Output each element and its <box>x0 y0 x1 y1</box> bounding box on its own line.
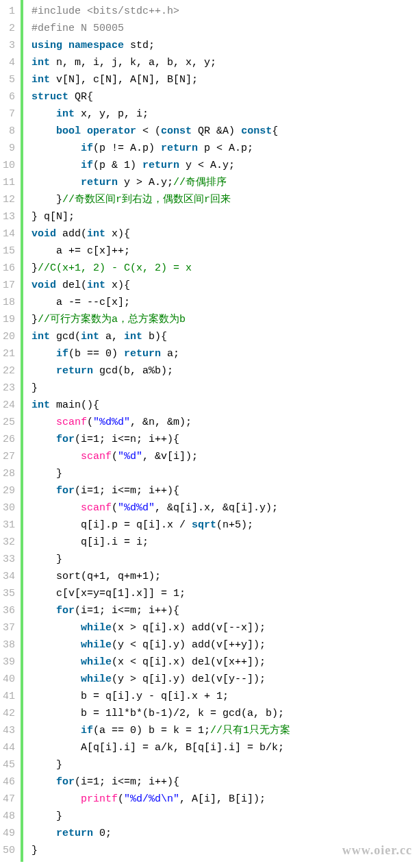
code-line: printf("%d/%d\n", A[i], B[i]); <box>31 791 419 808</box>
line-number: 2 <box>3 20 15 37</box>
token-id: (b == 0) <box>68 348 124 360</box>
token-id: } <box>31 554 62 565</box>
line-number: 17 <box>3 277 15 294</box>
token-cmt: //奇数区间r到右边，偶数区间r回来 <box>62 194 231 206</box>
token-kw: return <box>161 142 198 154</box>
token-str: "%d/%d\n" <box>124 793 179 805</box>
code-line: using namespace std; <box>31 37 419 54</box>
token-fn: scanf <box>56 417 87 428</box>
code-line: while(x > q[i].x) add(v[--x]); <box>31 619 419 636</box>
token-id: add( <box>56 228 87 240</box>
token-kw: const <box>241 125 272 137</box>
line-number: 50 <box>3 842 15 859</box>
token-id <box>62 40 68 51</box>
token-id <box>31 451 81 462</box>
code-line: A[q[i].i] = a/k, B[q[i].i] = b/k; <box>31 739 419 756</box>
token-cmt: //C(x+1, 2) - C(x, 2) = x <box>38 262 192 274</box>
token-id <box>31 622 81 634</box>
code-content: #include <bits/stdc++.h>#define N 50005u… <box>23 0 419 862</box>
line-number: 9 <box>3 140 15 157</box>
token-id: (p & 1) <box>93 160 142 171</box>
token-id: del( <box>56 280 87 291</box>
code-block: 1234567891011121314151617181920212223242… <box>0 0 419 862</box>
token-str: "%d%d" <box>118 502 155 514</box>
token-bfn: sqrt <box>192 519 216 531</box>
code-line: if(p & 1) return y < A.y; <box>31 157 419 174</box>
token-kw: for <box>56 776 75 788</box>
token-id: , &n, &m); <box>130 417 192 428</box>
token-id <box>31 776 56 788</box>
code-line: }//可行方案数为a，总方案数为b <box>31 311 419 328</box>
token-id: ( <box>112 502 118 514</box>
token-kw: if <box>81 160 93 171</box>
token-id <box>31 108 56 120</box>
token-id: < ( <box>136 125 161 137</box>
code-line: while(y < q[i].y) add(v[++y]); <box>31 636 419 654</box>
code-line: return y > A.y;//奇偶排序 <box>31 174 419 191</box>
code-line: bool operator < (const QR &A) const{ <box>31 123 419 140</box>
token-id: } <box>31 759 62 771</box>
code-line: }//C(x+1, 2) - C(x, 2) = x <box>31 260 419 277</box>
token-id: A[q[i].i] = a/k, B[q[i].i] = b/k; <box>31 742 284 754</box>
line-number: 25 <box>3 414 15 431</box>
watermark: www.oier.cc <box>342 843 412 858</box>
line-number: 34 <box>3 568 15 585</box>
token-ty: int <box>31 57 50 69</box>
line-number: 12 <box>3 191 15 208</box>
line-number: 18 <box>3 294 15 311</box>
code-line: for(i=1; i<=m; i++){ <box>31 773 419 791</box>
token-id: (p != A.p) <box>93 142 161 154</box>
line-number: 33 <box>3 551 15 568</box>
code-line: struct QR{ <box>31 88 419 106</box>
line-number-gutter: 1234567891011121314151617181920212223242… <box>0 0 23 862</box>
line-number: 28 <box>3 465 15 482</box>
token-kw: const <box>161 125 192 137</box>
token-id <box>31 605 56 617</box>
token-id <box>31 639 81 651</box>
token-id: x){ <box>105 280 130 291</box>
line-number: 3 <box>3 37 15 54</box>
code-line: int gcd(int a, int b){ <box>31 328 419 345</box>
line-number: 22 <box>3 362 15 380</box>
line-number: 46 <box>3 773 15 791</box>
line-number: 39 <box>3 654 15 671</box>
token-kw: return <box>124 348 161 360</box>
line-number: 15 <box>3 243 15 260</box>
line-number: 4 <box>3 54 15 71</box>
line-number: 26 <box>3 431 15 448</box>
token-kw: using <box>31 40 62 51</box>
token-pp: #define N 50005 <box>31 23 124 34</box>
code-line: } <box>31 551 419 568</box>
code-line: int x, y, p, i; <box>31 106 419 123</box>
token-kw: if <box>81 142 93 154</box>
token-id <box>81 125 87 137</box>
line-number: 40 <box>3 671 15 688</box>
token-id: } <box>31 468 62 480</box>
line-number: 24 <box>3 397 15 414</box>
token-id: main(){ <box>50 399 99 411</box>
token-kw: struct <box>31 91 68 103</box>
code-line: void add(int x){ <box>31 225 419 243</box>
token-id: (i=1; i<=m; i++){ <box>75 776 179 788</box>
token-kw: operator <box>87 125 136 137</box>
token-id <box>31 793 81 805</box>
line-number: 20 <box>3 328 15 345</box>
line-number: 41 <box>3 688 15 705</box>
token-id: } <box>31 194 62 206</box>
token-id: (x < q[i].x) del(v[x++]); <box>112 656 266 668</box>
token-id: } <box>31 262 38 274</box>
token-id <box>31 673 81 685</box>
token-id: (y > q[i].y) del(v[y--]); <box>112 673 266 685</box>
token-id: ( <box>112 451 118 462</box>
token-ty: bool <box>56 125 81 137</box>
line-number: 16 <box>3 260 15 277</box>
code-line: int n, m, i, j, k, a, b, x, y; <box>31 54 419 71</box>
line-number: 38 <box>3 636 15 654</box>
token-kw: while <box>81 622 112 634</box>
token-ty: int <box>81 331 99 343</box>
code-line: if(b == 0) return a; <box>31 345 419 362</box>
line-number: 19 <box>3 311 15 328</box>
token-id <box>31 177 81 188</box>
code-line: sort(q+1, q+m+1); <box>31 568 419 585</box>
line-number: 32 <box>3 534 15 551</box>
